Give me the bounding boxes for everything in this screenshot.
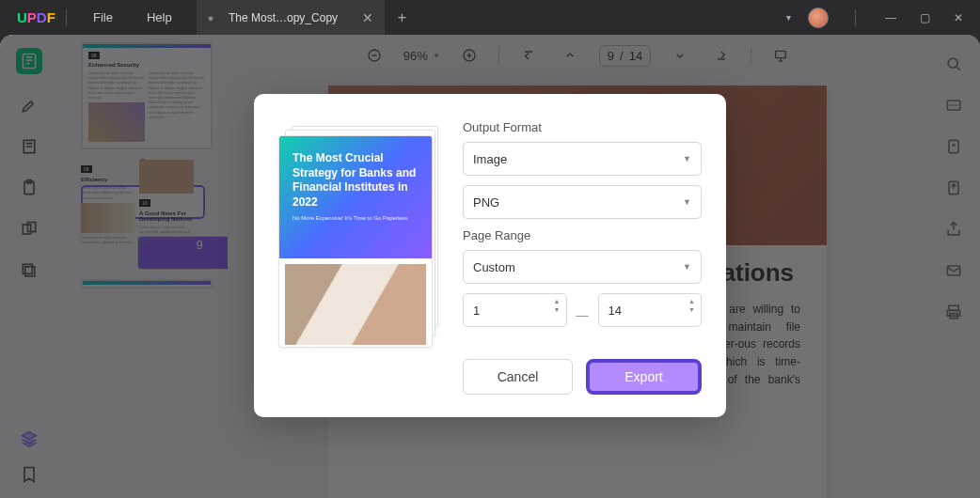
export-button[interactable]: Export bbox=[586, 359, 702, 395]
step-up-icon[interactable]: ▲ bbox=[554, 298, 561, 304]
preview-subtitle: No More Expensive! It's Time to Go Paper… bbox=[292, 215, 419, 221]
range-dash: — bbox=[577, 308, 589, 322]
window-maximize-button[interactable]: ▢ bbox=[916, 11, 933, 24]
export-preview: The Most Crucial Strategy for Banks and … bbox=[278, 126, 438, 351]
select-value: Custom bbox=[473, 260, 515, 274]
page-range-select[interactable]: Custom▼ bbox=[463, 250, 702, 284]
window-minimize-button[interactable]: ― bbox=[882, 11, 899, 24]
menu-help[interactable]: Help bbox=[130, 10, 189, 24]
app-logo: UPDF bbox=[0, 9, 56, 25]
titlebar: UPDF File Help ● The Most…opy_Copy ✕ + ▾… bbox=[0, 0, 980, 35]
input-value: 1 bbox=[473, 303, 480, 318]
separator bbox=[855, 9, 856, 26]
menu-file[interactable]: File bbox=[76, 10, 130, 24]
chevron-down-icon: ▼ bbox=[683, 154, 691, 163]
step-up-icon[interactable]: ▲ bbox=[688, 298, 695, 304]
separator bbox=[66, 9, 67, 26]
window-close-button[interactable]: ✕ bbox=[950, 11, 967, 24]
step-down-icon[interactable]: ▼ bbox=[554, 306, 561, 313]
close-tab-icon[interactable]: ✕ bbox=[362, 10, 373, 25]
user-avatar[interactable] bbox=[808, 8, 829, 28]
document-tab[interactable]: ● The Most…opy_Copy ✕ bbox=[197, 0, 385, 35]
chevron-down-icon: ▼ bbox=[683, 197, 691, 207]
step-down-icon[interactable]: ▼ bbox=[688, 306, 695, 313]
tab-dot-icon: ● bbox=[208, 12, 214, 23]
output-format-select[interactable]: Image▼ bbox=[463, 142, 702, 176]
page-range-label: Page Range bbox=[463, 228, 702, 242]
cancel-button[interactable]: Cancel bbox=[463, 359, 573, 395]
chevron-down-icon: ▼ bbox=[683, 262, 691, 272]
output-format-label: Output Format bbox=[463, 120, 702, 134]
file-type-select[interactable]: PNG▼ bbox=[463, 185, 702, 219]
input-value: 14 bbox=[609, 303, 622, 318]
select-value: Image bbox=[473, 152, 507, 166]
range-from-input[interactable]: 1 ▲▼ bbox=[463, 293, 567, 327]
preview-image bbox=[285, 264, 426, 345]
tab-title: The Most…opy_Copy bbox=[229, 11, 338, 24]
chevron-down-icon[interactable]: ▾ bbox=[786, 12, 791, 23]
range-to-input[interactable]: 14 ▲▼ bbox=[598, 293, 703, 327]
select-value: PNG bbox=[473, 195, 499, 210]
export-form: Output Format Image▼ PNG▼ Page Range Cus… bbox=[463, 120, 702, 395]
add-tab-button[interactable]: + bbox=[385, 9, 419, 26]
preview-title: The Most Crucial Strategy for Banks and … bbox=[292, 151, 419, 210]
export-dialog: The Most Crucial Strategy for Banks and … bbox=[254, 94, 726, 417]
